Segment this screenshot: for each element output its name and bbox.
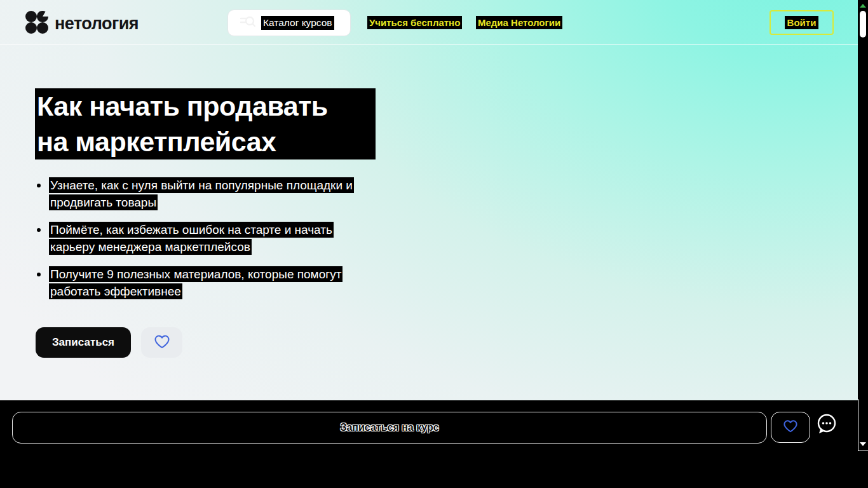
logo-wordmark: нетология [55,14,139,34]
sticky-bottom-bar: Записаться на курс [0,400,868,488]
netology-logo-icon [25,11,48,36]
course-catalog-search[interactable]: Каталог курсов [227,10,351,36]
netology-logo[interactable]: нетология [25,11,139,36]
page-title-line-2: на маркетплейсах [37,124,376,159]
scroll-up-arrow[interactable] [860,4,866,8]
chat-widget-button[interactable] [815,412,838,437]
page-title: Как начать продавать на маркетплейсах [35,88,376,159]
list-item: Поймёте, как избежать ошибок на старте и… [36,221,379,255]
list-item: Узнаете, как с нуля выйти на популярные … [36,177,379,211]
scrollbar-thumb[interactable] [860,11,866,37]
favorite-button[interactable] [141,327,182,358]
search-label: Каталог курсов [261,16,334,30]
page-title-line-1: Как начать продавать [37,88,376,124]
catalog-search-icon [240,15,256,30]
heart-outline-icon [783,419,798,435]
hero-cta-row: Записаться [36,327,182,358]
vertical-scrollbar[interactable] [858,0,868,451]
scrollbar-edge [858,399,858,451]
course-benefits-list: Узнаете, как с нуля выйти на популярные … [36,177,379,310]
favorite-button-bottom[interactable] [771,412,810,443]
scrollbar-edge [858,451,868,451]
chat-bubble-icon [815,429,838,438]
list-item: Получите 9 полезных материалов, которые … [36,266,379,300]
enroll-button[interactable]: Записаться [36,327,131,358]
enroll-course-button-label: Записаться на курс [340,422,438,433]
top-navbar: нетология Каталог курсов Учиться бесплат… [0,0,859,45]
nav-link-media[interactable]: Медиа Нетологии [476,16,562,29]
landing-page: нетология Каталог курсов Учиться бесплат… [0,0,868,488]
login-button-label: Войти [785,16,819,29]
scroll-down-arrow[interactable] [860,442,866,446]
login-button[interactable]: Войти [770,10,834,35]
nav-link-learn-free[interactable]: Учиться бесплатно [367,16,462,29]
heart-outline-icon [154,334,170,351]
enroll-course-button[interactable]: Записаться на курс [12,412,767,444]
